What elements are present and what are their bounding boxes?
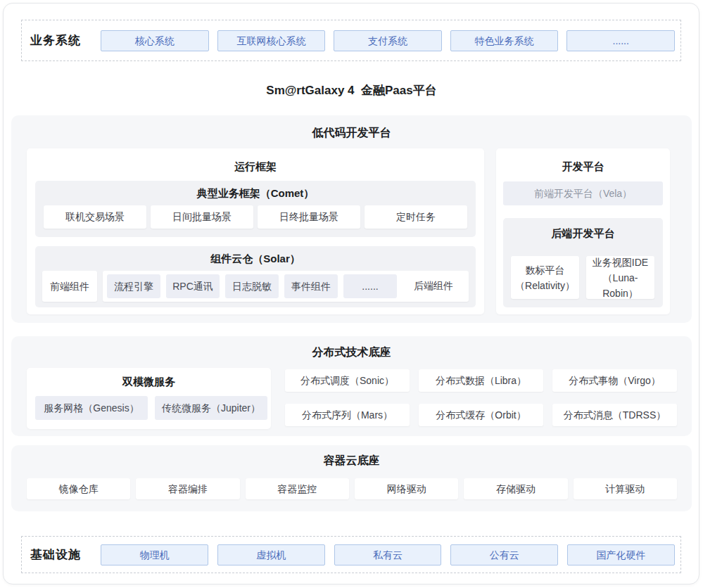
solar-item: 流程引擎 [107,274,160,298]
container-base-item: 镜像仓库 [27,478,130,499]
backend-dev-item: 数标平台 （Relativity） [511,256,579,299]
backend-dev-item-line: （Luna-Robin） [586,270,654,301]
backend-dev-items: 数标平台 （Relativity） 业务视图IDE （Luna-Robin） [511,256,654,299]
page-title: Sm@rtGalaxy 4 金融Paas平台 [0,82,703,98]
container-base-item: 容器监控 [246,478,349,499]
business-system-box: 互联网核心系统 [217,30,326,51]
runtime-framework-title: 运行框架 [27,148,484,174]
runtime-framework-card: 运行框架 典型业务框架（Comet） 联机交易场景 日间批量场景 日终批量场景 … [27,148,484,314]
comet-item: 联机交易场景 [44,205,146,229]
business-system-box: 特色业务系统 [450,30,559,51]
infrastructure-box: 国产化硬件 [567,544,675,565]
comet-item: 日终批量场景 [258,205,360,229]
solar-panel: 组件云仓（Solar） 前端组件 流程引擎 RPC通讯 日志脱敏 事件组件 ..… [35,246,476,307]
infrastructure-box: 私有云 [334,544,442,565]
container-base-title: 容器云底座 [11,445,692,468]
low-code-platform-title: 低代码开发平台 [11,115,692,141]
frontend-dev-platform-item: 前端开发平台（Vela） [503,181,663,205]
comet-items: 联机交易场景 日间批量场景 日终批量场景 定时任务 [44,205,467,229]
backend-dev-item-line: （Relativity） [511,278,579,293]
comet-panel: 典型业务框架（Comet） 联机交易场景 日间批量场景 日终批量场景 定时任务 [35,181,476,237]
backend-dev-item-line: 数标平台 [511,262,579,278]
distributed-item: 分布式缓存（Orbit） [419,404,543,426]
dual-mode-item: 传统微服务（Jupiter） [155,396,267,420]
dual-mode-title: 双模微服务 [27,368,271,389]
business-system-box: 支付系统 [334,30,442,51]
infrastructure-boxes: 物理机 虚拟机 私有云 公有云 国产化硬件 [101,544,675,565]
solar-items: 前端组件 流程引擎 RPC通讯 日志脱敏 事件组件 ...... 后端组件 [42,271,469,302]
backend-dev-item: 业务视图IDE （Luna-Robin） [586,256,654,299]
distributed-item: 分布式数据（Libra） [419,369,543,392]
solar-frontend-item: 前端组件 [42,271,97,302]
business-systems-band: 业务系统 核心系统 互联网核心系统 支付系统 特色业务系统 ...... [21,20,681,61]
distributed-grid: 分布式调度（Sonic） 分布式数据（Libra） 分布式事物（Virgo） 分… [285,369,677,426]
dual-mode-card: 双模微服务 服务网格（Genesis） 传统微服务（Jupiter） [27,368,271,429]
infrastructure-box: 物理机 [101,544,208,565]
comet-title: 典型业务框架（Comet） [35,181,476,200]
container-base-item: 容器编排 [136,478,239,499]
business-systems-label: 业务系统 [30,32,101,49]
dual-mode-items: 服务网格（Genesis） 传统微服务（Jupiter） [35,396,267,420]
distributed-item: 分布式消息（TDRSS） [552,404,677,426]
container-base-item: 计算驱动 [574,478,677,499]
container-base-item: 存储驱动 [464,478,567,499]
container-base-items: 镜像仓库 容器编排 容器监控 网络驱动 存储驱动 计算驱动 [27,478,677,499]
business-system-box: 核心系统 [101,30,209,51]
infrastructure-box: 公有云 [450,544,558,565]
low-code-platform-section: 低代码开发平台 运行框架 典型业务框架（Comet） 联机交易场景 日间批量场景… [11,115,692,323]
solar-backend-item: 后端组件 [403,280,464,293]
container-base-section: 容器云底座 镜像仓库 容器编排 容器监控 网络驱动 存储驱动 计算驱动 [11,445,692,511]
dev-platform-card: 开发平台 前端开发平台（Vela） 后端开发平台 数标平台 （Relativit… [496,148,670,314]
solar-strip: 流程引擎 RPC通讯 日志脱敏 事件组件 ...... 后端组件 [103,271,469,302]
comet-item: 日间批量场景 [151,205,253,229]
distributed-item: 分布式调度（Sonic） [285,369,410,392]
infrastructure-label: 基础设施 [30,547,101,563]
solar-item: 事件组件 [284,274,338,298]
business-systems-boxes: 核心系统 互联网核心系统 支付系统 特色业务系统 ...... [101,30,675,51]
container-base-item: 网络驱动 [355,478,458,499]
solar-item: ...... [343,274,397,298]
solar-item: RPC通讯 [166,274,220,298]
distributed-base-title: 分布式技术底座 [11,336,692,360]
backend-dev-title: 后端开发平台 [503,218,663,241]
dev-platform-title: 开发平台 [496,148,670,174]
comet-item: 定时任务 [365,205,467,229]
distributed-base-section: 分布式技术底座 双模微服务 服务网格（Genesis） 传统微服务（Jupite… [11,336,692,436]
infrastructure-band: 基础设施 物理机 虚拟机 私有云 公有云 国产化硬件 [21,536,681,573]
backend-dev-panel: 后端开发平台 数标平台 （Relativity） 业务视图IDE （Luna-R… [503,218,663,307]
infrastructure-box: 虚拟机 [217,544,325,565]
business-system-box: ...... [566,30,675,51]
dual-mode-item: 服务网格（Genesis） [35,396,148,420]
distributed-item: 分布式序列（Mars） [285,404,410,426]
solar-title: 组件云仓（Solar） [35,246,476,266]
distributed-item: 分布式事物（Virgo） [552,369,677,392]
backend-dev-item-line: 业务视图IDE [586,255,654,270]
solar-item: 日志脱敏 [225,274,279,298]
